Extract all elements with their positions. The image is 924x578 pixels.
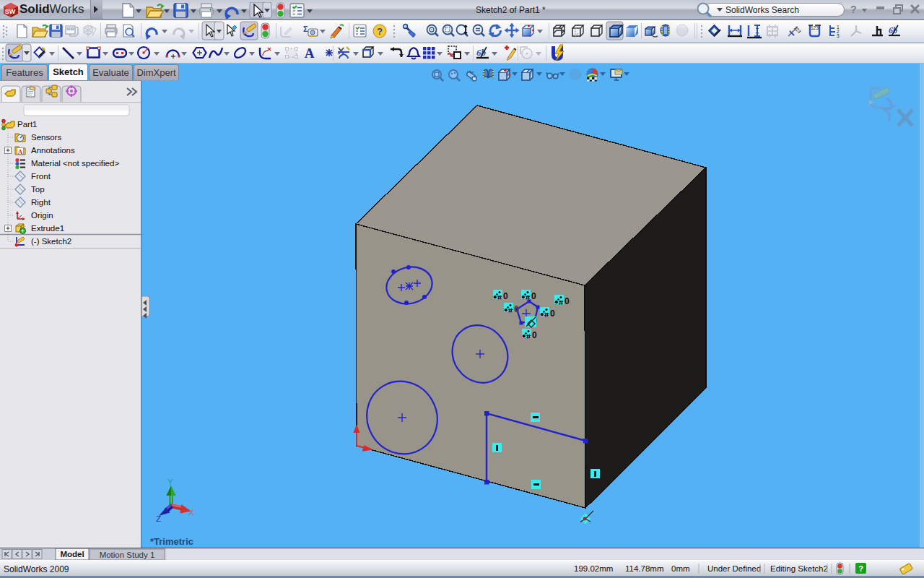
svg-text:3: 3 [837, 33, 840, 38]
svg-text:0: 0 [514, 304, 519, 314]
svg-text:0: 0 [565, 296, 570, 306]
svg-text:Y: Y [167, 478, 173, 486]
svg-text:0: 0 [532, 330, 537, 340]
svg-text:0: 0 [503, 291, 508, 301]
svg-text:SW: SW [5, 8, 16, 15]
svg-text:0: 0 [531, 291, 536, 301]
svg-text:Sensors: Sensors [31, 133, 61, 142]
svg-text:X: X [188, 508, 194, 517]
svg-text:Front: Front [31, 172, 51, 181]
svg-text:*Trimetric: *Trimetric [150, 536, 193, 547]
svg-text:Right: Right [31, 198, 51, 207]
svg-text:Extrude1: Extrude1 [31, 224, 64, 233]
svg-text:123: 123 [793, 25, 802, 35]
svg-text:Motion Study 1: Motion Study 1 [100, 551, 155, 559]
svg-text:(-) Sketch2: (-) Sketch2 [31, 237, 71, 246]
svg-text:?: ? [377, 26, 383, 37]
svg-text:Z: Z [156, 514, 161, 523]
svg-text:Top: Top [31, 185, 45, 194]
svg-text:A: A [305, 46, 315, 61]
svg-text:0: 0 [550, 309, 555, 319]
svg-text:?: ? [858, 564, 863, 573]
svg-text:Material <not specified>: Material <not specified> [31, 159, 119, 168]
svg-text:Part1: Part1 [17, 120, 38, 129]
svg-text:A: A [18, 148, 23, 155]
svg-text:Σ: Σ [303, 25, 308, 33]
svg-text:Model: Model [60, 550, 84, 558]
svg-text:Annotations: Annotations [31, 146, 75, 155]
svg-text:123: 123 [811, 25, 819, 30]
svg-text:Origin: Origin [31, 211, 53, 220]
